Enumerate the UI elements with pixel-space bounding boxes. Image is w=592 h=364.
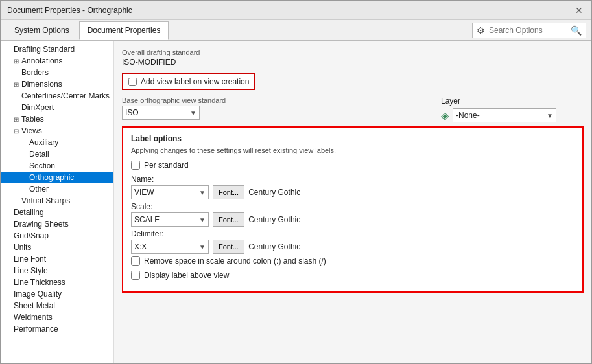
delimiter-font-button[interactable]: Font... bbox=[213, 240, 244, 254]
sidebar-item-label: Units bbox=[14, 243, 31, 252]
sidebar-item-label: Weldments bbox=[14, 313, 53, 322]
per-standard-checkbox[interactable] bbox=[131, 161, 140, 170]
sidebar-item-label: Sheet Metal bbox=[14, 301, 55, 310]
expand-icon[interactable]: ⊞ bbox=[14, 58, 21, 65]
sidebar-item-label: Image Quality bbox=[14, 290, 62, 299]
sidebar-item-section[interactable]: Section bbox=[1, 160, 113, 172]
sidebar-item-dimensions[interactable]: ⊞ Dimensions bbox=[1, 78, 113, 90]
sidebar-item-label: Line Font bbox=[14, 255, 46, 264]
sidebar-item-annotations[interactable]: ⊞ Annotations bbox=[1, 55, 113, 67]
sidebar-item-label: Section bbox=[29, 161, 55, 170]
sidebar-item-line-style[interactable]: Line Style bbox=[1, 265, 113, 277]
sidebar-item-label: Grid/Snap bbox=[14, 231, 49, 240]
sidebar-item-detail[interactable]: Detail bbox=[1, 148, 113, 160]
sidebar-item-detailing[interactable]: Detailing bbox=[1, 207, 113, 218]
base-ortho-layer-row: Base orthographic view standard ISO ▼ La… bbox=[122, 97, 584, 122]
chevron-down-icon: ▼ bbox=[199, 189, 206, 196]
layer-select-row: ◈ -None- ▼ bbox=[441, 108, 584, 122]
layer-select[interactable]: -None- ▼ bbox=[453, 108, 556, 122]
per-standard-row: Per standard bbox=[131, 161, 574, 170]
scale-font-button[interactable]: Font... bbox=[213, 212, 244, 227]
base-ortho-select[interactable]: ISO ▼ bbox=[122, 106, 200, 120]
sidebar-item-centerlines[interactable]: Centerlines/Center Marks bbox=[1, 90, 113, 102]
tab-system-options[interactable]: System Options bbox=[6, 21, 78, 40]
sidebar-item-label: Drawing Sheets bbox=[14, 220, 69, 229]
sidebar-item-label: Orthographic bbox=[29, 173, 74, 182]
base-ortho-section: Base orthographic view standard ISO ▼ bbox=[122, 97, 433, 122]
sidebar-item-label: Detail bbox=[29, 150, 49, 159]
chevron-down-icon: ▼ bbox=[547, 112, 553, 119]
sidebar-item-label: Annotations bbox=[21, 56, 62, 65]
sidebar-item-label: Line Thickness bbox=[14, 278, 65, 287]
title-bar: Document Properties - Orthographic ✕ bbox=[1, 1, 591, 20]
per-standard-label: Per standard bbox=[144, 161, 189, 170]
sidebar-item-tables[interactable]: ⊞ Tables bbox=[1, 113, 113, 125]
delimiter-select[interactable]: X:X ▼ bbox=[131, 240, 209, 254]
sidebar-item-label: Drafting Standard bbox=[14, 45, 75, 54]
sidebar: Drafting Standard⊞ Annotations Borders⊞ … bbox=[1, 41, 114, 363]
close-button[interactable]: ✕ bbox=[573, 5, 585, 16]
gear-icon: ⚙ bbox=[477, 25, 485, 36]
sidebar-item-label: Centerlines/Center Marks bbox=[21, 91, 110, 100]
sidebar-item-label: Performance bbox=[14, 324, 58, 334]
search-icon: 🔍 bbox=[571, 25, 582, 36]
name-font-button[interactable]: Font... bbox=[213, 185, 244, 199]
layer-section: Layer ◈ -None- ▼ bbox=[441, 97, 584, 122]
add-view-label-text: Add view label on view creation bbox=[141, 77, 249, 86]
delimiter-field-label: Delimiter: bbox=[131, 229, 574, 238]
sidebar-item-label: Tables bbox=[21, 115, 44, 124]
chevron-down-icon: ▼ bbox=[199, 216, 206, 223]
delimiter-font-name: Century Gothic bbox=[248, 242, 300, 251]
remove-space-checkbox[interactable] bbox=[131, 256, 140, 266]
scale-select[interactable]: SCALE ▼ bbox=[131, 212, 209, 227]
sidebar-item-auxiliary[interactable]: Auxiliary bbox=[1, 137, 113, 148]
label-options-title: Label options bbox=[131, 134, 574, 143]
scale-font-name: Century Gothic bbox=[248, 215, 300, 224]
sidebar-item-units[interactable]: Units bbox=[1, 242, 113, 253]
expand-icon[interactable]: ⊞ bbox=[14, 116, 21, 123]
expand-icon[interactable]: ⊞ bbox=[14, 81, 21, 88]
sidebar-item-image-quality[interactable]: Image Quality bbox=[1, 288, 113, 300]
sidebar-item-weldments[interactable]: Weldments bbox=[1, 312, 113, 323]
scale-row: SCALE ▼ Font... Century Gothic bbox=[131, 212, 574, 227]
display-above-row: Display label above view bbox=[131, 271, 574, 280]
sidebar-item-dimxpert[interactable]: DimXpert bbox=[1, 102, 113, 113]
base-ortho-label: Base orthographic view standard bbox=[122, 97, 433, 104]
sidebar-item-grid-snap[interactable]: Grid/Snap bbox=[1, 230, 113, 242]
search-box[interactable]: ⚙ 🔍 bbox=[472, 23, 586, 38]
add-view-label-checkbox[interactable] bbox=[128, 78, 137, 86]
sidebar-item-line-thickness[interactable]: Line Thickness bbox=[1, 277, 113, 288]
label-options-box: Label options Applying changes to these … bbox=[122, 126, 584, 293]
sidebar-item-borders[interactable]: Borders bbox=[1, 67, 113, 78]
sidebar-item-views[interactable]: ⊟ Views bbox=[1, 125, 113, 137]
tab-bar: System Options Document Properties ⚙ 🔍 bbox=[1, 20, 591, 41]
sidebar-item-label: Virtual Sharps bbox=[21, 196, 70, 205]
sidebar-item-performance[interactable]: Performance bbox=[1, 323, 113, 335]
name-row: VIEW ▼ Font... Century Gothic bbox=[131, 185, 574, 199]
scale-field-label: Scale: bbox=[131, 202, 574, 211]
label-options-description: Applying changes to these settings will … bbox=[131, 146, 574, 155]
content-area: Drafting Standard⊞ Annotations Borders⊞ … bbox=[1, 41, 591, 363]
name-select[interactable]: VIEW ▼ bbox=[131, 185, 209, 199]
document-properties-window: Document Properties - Orthographic ✕ Sys… bbox=[0, 0, 592, 364]
sidebar-item-line-font[interactable]: Line Font bbox=[1, 253, 113, 265]
overall-drafting-value: ISO-MODIFIED bbox=[122, 58, 584, 67]
sidebar-item-drawing-sheets[interactable]: Drawing Sheets bbox=[1, 218, 113, 230]
sidebar-item-label: Detailing bbox=[14, 208, 44, 217]
display-above-checkbox[interactable] bbox=[131, 271, 140, 280]
sidebar-item-virtual-sharps[interactable]: Virtual Sharps bbox=[1, 195, 113, 207]
sidebar-item-label: Line Style bbox=[14, 266, 48, 275]
sidebar-item-sheet-metal[interactable]: Sheet Metal bbox=[1, 300, 113, 312]
layer-label-text: Layer bbox=[441, 97, 584, 106]
sidebar-item-other[interactable]: Other bbox=[1, 183, 113, 195]
expand-icon[interactable]: ⊟ bbox=[14, 128, 21, 135]
sidebar-item-label: Dimensions bbox=[21, 80, 62, 89]
sidebar-item-label: Borders bbox=[21, 68, 49, 77]
tab-document-properties[interactable]: Document Properties bbox=[79, 21, 169, 40]
name-font-name: Century Gothic bbox=[248, 188, 300, 197]
sidebar-item-drafting-standard[interactable]: Drafting Standard bbox=[1, 43, 113, 55]
sidebar-item-orthographic[interactable]: Orthographic bbox=[1, 172, 113, 183]
delimiter-row: X:X ▼ Font... Century Gothic bbox=[131, 240, 574, 254]
search-input[interactable] bbox=[489, 26, 567, 35]
layer-icon: ◈ bbox=[441, 109, 449, 122]
